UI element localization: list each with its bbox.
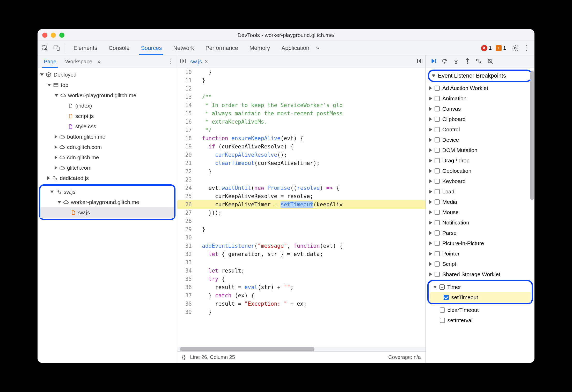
tree-top[interactable]: top [38,80,177,90]
checkbox[interactable] [435,168,440,174]
step-icon[interactable] [475,58,482,65]
checkbox[interactable] [435,220,440,225]
scrollbar-thumb[interactable] [180,347,314,351]
minimize-icon[interactable] [51,33,56,38]
code-line[interactable]: 23 [177,176,426,184]
code-line[interactable]: 16 * extraKeepAliveMs. [177,118,426,126]
line-number[interactable]: 39 [177,308,195,316]
line-number[interactable]: 12 [177,85,195,93]
code-line[interactable]: 20 curKeepAliveResolve(); [177,151,426,159]
code-line[interactable]: 18 function ensureKeepAlive(evt) { [177,134,426,142]
code-line[interactable]: 13 /** [177,93,426,101]
line-number[interactable]: 18 [177,134,195,142]
inspect-icon[interactable] [41,43,50,53]
code-line[interactable]: 21 clearTimeout(curKeepAliveTimer); [177,159,426,167]
line-number[interactable]: 28 [177,217,195,225]
step-into-icon[interactable] [453,58,459,65]
event-category[interactable]: Pointer [426,248,534,259]
event-category[interactable]: Canvas [426,104,534,114]
step-over-icon[interactable] [441,58,448,65]
line-number[interactable]: 24 [177,184,195,192]
close-icon[interactable] [42,33,47,38]
tab-sources[interactable]: Sources [136,41,166,55]
code-line[interactable]: 29 } [177,225,426,233]
settings-icon[interactable] [511,43,520,53]
tab-performance[interactable]: Performance [201,41,243,55]
event-category[interactable]: Media [426,197,534,207]
line-number[interactable]: 29 [177,225,195,233]
braces-icon[interactable]: {} [182,354,185,360]
tree-dedicated[interactable]: dedicated.js [38,173,177,183]
checkbox[interactable] [435,189,440,194]
line-number[interactable]: 20 [177,151,195,159]
tree-deployed[interactable]: Deployed [38,70,177,80]
tree-origin-glitch[interactable]: glitch.com [38,163,177,173]
tab-application[interactable]: Application [277,41,314,55]
line-number[interactable]: 14 [177,101,195,109]
event-category[interactable]: Clipboard [426,114,534,124]
tree-sw-file[interactable]: sw.js [40,207,174,218]
tree-origin-cdn2[interactable]: cdn.glitch.me [38,152,177,163]
event-category[interactable]: Drag / drop [426,155,534,166]
code-line[interactable]: 39 } [177,308,426,316]
line-number[interactable]: 16 [177,118,195,126]
code-line[interactable]: 19 if (curKeepAliveResolve) { [177,142,426,151]
tree-sw-root[interactable]: sw.js [40,187,174,197]
code-line[interactable]: 33 [177,258,426,267]
event-category[interactable]: Ad Auction Worklet [426,83,534,93]
checkbox[interactable] [435,199,440,205]
event-category[interactable]: Device [426,135,534,145]
tabs-overflow-icon[interactable]: » [316,45,319,51]
code-line[interactable]: 34 let result; [177,267,426,275]
line-number[interactable]: 32 [177,250,195,258]
code-line[interactable]: 12 [177,85,426,93]
event-category[interactable]: Animation [426,93,534,104]
checkbox[interactable] [435,179,440,184]
line-number[interactable]: 27 [177,209,195,217]
line-number[interactable]: 21 [177,159,195,167]
checkbox[interactable] [435,148,440,153]
scrollbar-thumb[interactable] [530,71,534,200]
checkbox-checked[interactable] [444,295,449,300]
checkbox[interactable] [435,261,440,267]
code-line[interactable]: 35 try { [177,275,426,283]
resume-icon[interactable] [430,58,437,65]
code-line[interactable]: 32 let { generation, str } = evt.data; [177,250,426,258]
checkbox[interactable] [435,272,440,277]
checkbox[interactable] [435,117,440,122]
tree-origin-cdn1[interactable]: cdn.glitch.com [38,142,177,152]
code-line[interactable]: 27 })); [177,209,426,217]
line-number[interactable]: 34 [177,267,195,275]
vertical-scrollbar[interactable] [530,71,534,361]
checkbox[interactable] [435,127,440,132]
checkbox-mixed[interactable] [439,284,445,290]
tree-sw-origin[interactable]: worker-playground.glitch.me [40,197,174,207]
line-number[interactable]: 38 [177,300,195,308]
toggle-debugger-icon[interactable] [417,58,423,65]
navtab-page[interactable]: Page [40,55,60,68]
code-line[interactable]: 38 result = "Exception: " + ex; [177,300,426,308]
tree-file-scriptjs[interactable]: script.js [38,111,177,121]
checkbox[interactable] [435,241,440,246]
navtabs-overflow-icon[interactable]: » [98,58,101,65]
code-line[interactable]: 10 } [177,68,426,76]
line-number[interactable]: 22 [177,167,195,176]
line-number[interactable]: 25 [177,192,195,200]
event-category[interactable]: Mouse [426,207,534,217]
code-line[interactable]: 25 curKeepAliveResolve = resolve; [177,192,426,200]
event-category-timer[interactable]: Timer [430,282,531,292]
code-line[interactable]: 36 result = eval(str) + ""; [177,283,426,291]
code-line[interactable]: 37 } catch (ex) { [177,291,426,300]
event-category[interactable]: Control [426,124,534,135]
line-number[interactable]: 26 [177,200,195,209]
checkbox[interactable] [435,210,440,215]
close-tab-icon[interactable]: × [205,58,208,65]
navigator-menu-icon[interactable]: ⋮ [167,57,174,65]
line-number[interactable]: 17 [177,126,195,134]
error-count[interactable]: ✕ 1 [481,45,492,51]
editor-tab-swjs[interactable]: sw.js × [190,58,208,65]
event-child[interactable]: setInterval [426,315,534,326]
line-number[interactable]: 11 [177,76,195,85]
event-category[interactable]: Script [426,259,534,269]
line-number[interactable]: 10 [177,68,195,76]
